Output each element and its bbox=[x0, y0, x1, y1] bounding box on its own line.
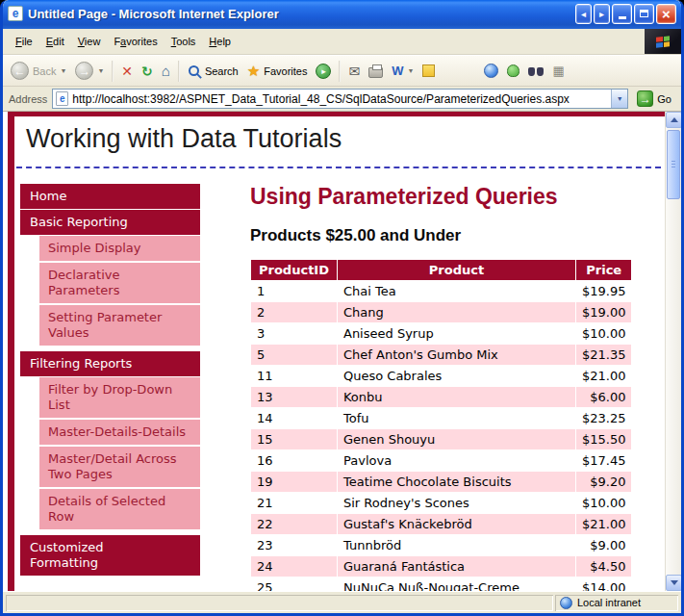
page-frame: Working with Data Tutorials HomeBasic Re… bbox=[8, 112, 665, 591]
refresh-button[interactable]: ↻ bbox=[138, 62, 157, 81]
print-button[interactable] bbox=[365, 62, 387, 81]
discuss-note-icon bbox=[422, 64, 435, 77]
scroll-down-button[interactable] bbox=[666, 575, 681, 591]
print-icon bbox=[368, 67, 383, 78]
browser-viewport: Working with Data Tutorials HomeBasic Re… bbox=[3, 112, 681, 591]
windows-flag-icon bbox=[656, 36, 670, 47]
browser-window: e Untitled Page - Microsoft Internet Exp… bbox=[0, 0, 684, 616]
table-cell: 11 bbox=[251, 366, 338, 387]
sidebar-item-master-detail-across-two-pages[interactable]: Master/Detail Across Two Pages bbox=[39, 447, 200, 487]
home-button[interactable]: ⌂ bbox=[158, 61, 174, 81]
table-cell: Gustaf's Knäckebröd bbox=[337, 514, 575, 535]
edit-word-icon: W bbox=[392, 64, 403, 77]
edit-button[interactable]: W ▼ bbox=[388, 62, 418, 80]
sidebar-item-basic-reporting[interactable]: Basic Reporting bbox=[20, 210, 200, 235]
table-cell: 25 bbox=[251, 578, 338, 592]
table-row: 16Pavlova$17.45 bbox=[251, 450, 632, 472]
table-cell: $23.25 bbox=[575, 408, 632, 429]
back-dropdown-icon[interactable]: ▼ bbox=[60, 67, 66, 74]
sidebar-item-home[interactable]: Home bbox=[20, 184, 200, 209]
table-row: 3Aniseed Syrup$10.00 bbox=[251, 323, 632, 345]
sidebar-item-declarative-parameters[interactable]: Declarative Parameters bbox=[39, 263, 200, 303]
sidebar-item-customized-formatting[interactable]: Customized Formatting bbox=[20, 535, 200, 576]
menu-bar: FileEditViewFavoritesToolsHelp bbox=[3, 29, 681, 55]
research-button[interactable] bbox=[524, 63, 547, 80]
favorites-button[interactable]: ★ Favorites bbox=[243, 61, 312, 81]
forward-dropdown-icon[interactable]: ▼ bbox=[97, 67, 104, 74]
main-content: Using Parameterized Queries Products $25… bbox=[200, 184, 665, 591]
address-url: http://localhost:3982/ASPNET_Data_Tutori… bbox=[72, 92, 607, 106]
table-cell: Tofu bbox=[337, 408, 575, 429]
address-input[interactable]: e http://localhost:3982/ASPNET_Data_Tuto… bbox=[52, 89, 628, 109]
table-cell: 23 bbox=[251, 535, 338, 556]
menu-favorites[interactable]: Favorites bbox=[107, 33, 164, 50]
table-cell: Teatime Chocolate Biscuits bbox=[337, 472, 575, 493]
sidebar-item-setting-parameter-values[interactable]: Setting Parameter Values bbox=[39, 305, 200, 346]
links-button[interactable]: ▦ bbox=[548, 62, 568, 80]
menu-edit[interactable]: Edit bbox=[39, 33, 71, 50]
windows-logo-throbber bbox=[645, 29, 681, 54]
table-body: 1Chai Tea$19.952Chang$19.003Aniseed Syru… bbox=[251, 281, 632, 592]
search-icon bbox=[188, 64, 201, 78]
titlebar-aux-button-1[interactable]: ◂ bbox=[575, 4, 592, 24]
messenger-button[interactable] bbox=[503, 62, 523, 80]
scrollbar-thumb[interactable] bbox=[667, 130, 680, 199]
scroll-up-button[interactable] bbox=[666, 112, 681, 128]
sidebar-item-simple-display[interactable]: Simple Display bbox=[39, 236, 200, 261]
table-cell: Chef Anton's Gumbo Mix bbox=[337, 345, 575, 366]
table-cell: $19.00 bbox=[575, 302, 632, 323]
page-icon: e bbox=[56, 91, 68, 106]
sidebar-item-filtering-reports[interactable]: Filtering Reports bbox=[20, 351, 200, 376]
forward-button[interactable]: → ▼ bbox=[71, 59, 108, 83]
table-cell: 22 bbox=[251, 514, 338, 535]
sidebar-item-details-of-selected-row[interactable]: Details of Selected Row bbox=[39, 489, 200, 529]
back-button[interactable]: ← Back ▼ bbox=[7, 59, 70, 83]
search-button[interactable]: Search bbox=[184, 62, 242, 81]
table-cell: Konbu bbox=[337, 387, 575, 408]
table-cell: 5 bbox=[251, 345, 338, 366]
table-row: 21Sir Rodney's Scones$10.00 bbox=[251, 493, 632, 514]
table-row: 24Guaraná Fantástica$4.50 bbox=[251, 556, 632, 578]
stop-button[interactable]: ✕ bbox=[117, 62, 137, 81]
address-dropdown-button[interactable]: ▼ bbox=[611, 90, 627, 108]
go-button[interactable]: → Go bbox=[633, 90, 677, 108]
menu-file[interactable]: File bbox=[9, 33, 39, 50]
column-header-productid: ProductID bbox=[251, 260, 338, 281]
menu-tools[interactable]: Tools bbox=[165, 33, 203, 50]
table-cell: NuNuCa Nuß-Nougat-Creme bbox=[337, 578, 575, 592]
table-cell: Sir Rodney's Scones bbox=[337, 493, 575, 514]
sidebar-item-master-details-details[interactable]: Master-Details-Details bbox=[39, 420, 200, 445]
table-cell: $9.20 bbox=[575, 472, 632, 493]
msn-button[interactable] bbox=[480, 61, 502, 81]
table-row: 25NuNuCa Nuß-Nougat-Creme$14.00 bbox=[251, 578, 632, 592]
globe-icon bbox=[484, 64, 498, 78]
table-cell: 1 bbox=[251, 281, 338, 302]
sidebar-item-filter-by-drop-down-list[interactable]: Filter by Drop-Down List bbox=[39, 377, 200, 418]
minimize-icon bbox=[619, 16, 626, 19]
menu-view[interactable]: View bbox=[71, 33, 108, 50]
discuss-button[interactable] bbox=[418, 62, 439, 80]
table-row: 11Queso Cabrales$21.00 bbox=[251, 366, 632, 387]
table-cell: $19.95 bbox=[575, 281, 632, 302]
favorites-star-icon: ★ bbox=[247, 64, 260, 78]
edit-dropdown-icon[interactable]: ▼ bbox=[407, 67, 414, 74]
minimize-button[interactable] bbox=[612, 4, 632, 24]
title-bar[interactable]: e Untitled Page - Microsoft Internet Exp… bbox=[3, 0, 681, 29]
table-cell: $14.00 bbox=[575, 578, 632, 592]
vertical-scrollbar[interactable] bbox=[665, 112, 681, 591]
media-button[interactable]: ▸ bbox=[312, 61, 335, 82]
table-cell: 3 bbox=[251, 323, 338, 345]
table-cell: Genen Shouyu bbox=[337, 429, 575, 450]
table-cell: $17.45 bbox=[575, 450, 632, 472]
mail-button[interactable]: ✉ bbox=[344, 62, 364, 81]
window-controls: ◂ ▸ × bbox=[575, 4, 676, 24]
maximize-icon bbox=[640, 10, 648, 17]
menu-help[interactable]: Help bbox=[202, 33, 238, 50]
stop-icon: ✕ bbox=[121, 64, 133, 78]
close-button[interactable]: × bbox=[656, 4, 676, 24]
products-table: ProductIDProductPrice 1Chai Tea$19.952Ch… bbox=[250, 259, 632, 591]
titlebar-aux-button-2[interactable]: ▸ bbox=[594, 4, 610, 24]
maximize-button[interactable] bbox=[634, 4, 654, 24]
address-bar: Address e http://localhost:3982/ASPNET_D… bbox=[3, 87, 681, 112]
table-cell: Guaraná Fantástica bbox=[337, 556, 575, 578]
